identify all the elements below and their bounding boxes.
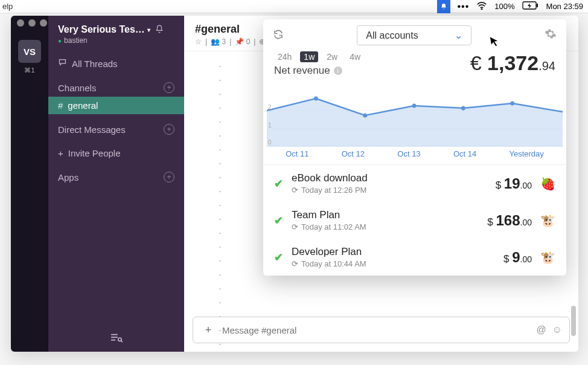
transaction-amount: $ 168.00: [487, 212, 532, 229]
sidebar-search-icon[interactable]: [48, 324, 184, 352]
transaction-name: Developer Plan: [292, 246, 495, 258]
members-icon[interactable]: 👥 3: [211, 37, 226, 46]
dm-label: Direct Messages: [58, 124, 126, 135]
message-gutter: ••••••••••••••••••••••••: [219, 63, 221, 352]
metric-value: € 1,372.94: [470, 51, 555, 75]
hash-icon: #: [58, 100, 63, 111]
add-app-icon[interactable]: +: [164, 172, 174, 182]
thread-icon: [58, 58, 67, 69]
apps-section[interactable]: Apps +: [48, 168, 184, 186]
scrollbar-track[interactable]: [567, 52, 577, 328]
svg-line-7: [121, 341, 123, 343]
transaction-time: ⟳Today at 12:26 PM: [292, 186, 487, 195]
channel-general-label: general: [68, 100, 98, 111]
team-switcher[interactable]: VS: [18, 40, 41, 63]
all-threads-label: All Threads: [72, 59, 118, 69]
account-selector[interactable]: All accounts ⌄: [357, 25, 471, 45]
dm-section[interactable]: Direct Messages +: [48, 120, 184, 138]
mention-icon[interactable]: @: [536, 325, 546, 335]
menubar-overflow-icon[interactable]: •••: [458, 1, 470, 12]
invite-people[interactable]: + Invite People: [48, 144, 184, 162]
recurring-icon: ⟳: [292, 259, 298, 268]
svg-point-11: [314, 97, 318, 101]
composer-plus-icon[interactable]: +: [200, 322, 216, 338]
check-icon: ✔: [274, 251, 283, 264]
star-icon[interactable]: ☆: [195, 37, 202, 46]
account-selector-label: All accounts: [366, 30, 418, 41]
transaction-emoji: 🐮: [540, 213, 555, 228]
metric-label: Net revenue i: [274, 65, 364, 77]
workspace-name[interactable]: Very Serious Tes… ▾: [58, 24, 174, 35]
svg-point-15: [510, 102, 514, 106]
plus-icon: +: [58, 148, 63, 158]
svg-point-14: [461, 106, 465, 111]
transaction-row[interactable]: ✔Developer Plan⟳Today at 10:44 AM$ 9.00🐮: [263, 239, 566, 276]
add-channel-icon[interactable]: +: [164, 82, 174, 93]
emoji-icon[interactable]: ☺: [552, 325, 562, 335]
battery-percent: 100%: [494, 2, 514, 11]
invite-label: Invite People: [68, 148, 121, 158]
svg-point-0: [482, 8, 482, 9]
period-4w[interactable]: 4w: [346, 51, 364, 62]
svg-rect-2: [537, 4, 538, 7]
transaction-time: ⟳Today at 11:02 AM: [292, 222, 479, 231]
chart-xticks: Oct 11Oct 12Oct 13Oct 14Yesterday: [263, 147, 566, 165]
transaction-row[interactable]: ✔eBook download⟳Today at 12:26 PM$ 19.00…: [263, 165, 566, 202]
period-selector: 24h 1w 2w 4w: [274, 51, 364, 62]
svg-point-12: [363, 114, 367, 118]
all-threads[interactable]: All Threads: [48, 54, 184, 73]
notification-bell-icon[interactable]: [155, 25, 164, 35]
recurring-icon: ⟳: [292, 186, 298, 195]
menubar-app-icon[interactable]: [437, 0, 450, 13]
scrollbar-thumb[interactable]: [571, 306, 576, 336]
svg-point-13: [412, 104, 417, 108]
transaction-name: Team Plan: [292, 209, 479, 221]
user-presence[interactable]: ●bastien: [58, 36, 174, 45]
wifi-icon: [476, 2, 487, 11]
pins-icon[interactable]: 📌 0: [235, 37, 250, 46]
sidebar: Very Serious Tes… ▾ ●bastien All Threads…: [48, 16, 184, 352]
gear-icon[interactable]: [545, 28, 557, 43]
revenue-chart: 2 1 0: [267, 80, 563, 147]
transaction-amount: $ 19.00: [496, 175, 532, 192]
ytick-1: 1: [268, 122, 272, 129]
check-icon: ✔: [274, 177, 283, 190]
channel-general[interactable]: # general: [48, 97, 184, 114]
window-controls[interactable]: [17, 19, 47, 27]
transaction-emoji: 🍓: [540, 176, 555, 191]
add-dm-icon[interactable]: +: [164, 124, 174, 135]
workspace-label: Very Serious Tes…: [58, 24, 145, 35]
ytick-2: 2: [268, 104, 272, 111]
chevron-down-icon: ▾: [147, 27, 150, 33]
channels-label: Channels: [58, 83, 96, 93]
period-1w[interactable]: 1w: [300, 51, 318, 62]
team-shortcut: ⌘1: [24, 66, 34, 74]
recurring-icon: ⟳: [292, 222, 298, 231]
ytick-0: 0: [268, 139, 272, 146]
period-2w[interactable]: 2w: [323, 51, 341, 62]
composer-input[interactable]: [222, 325, 530, 335]
info-icon[interactable]: i: [334, 66, 342, 75]
transaction-emoji: 🐮: [540, 250, 555, 265]
message-composer[interactable]: + @ ☺: [193, 317, 570, 343]
chevron-down-icon: ⌄: [455, 30, 462, 41]
check-icon: ✔: [274, 214, 283, 227]
battery-icon: [522, 1, 539, 11]
team-column: VS ⌘1: [11, 16, 48, 352]
apps-label: Apps: [58, 172, 78, 182]
username-label: bastien: [64, 36, 88, 45]
period-24h[interactable]: 24h: [274, 51, 295, 62]
refresh-icon[interactable]: [273, 29, 284, 42]
revenue-popover: All accounts ⌄ 24h 1w 2w 4w Net revenue …: [263, 19, 566, 276]
transaction-row[interactable]: ✔Team Plan⟳Today at 11:02 AM$ 168.00🐮: [263, 202, 566, 239]
channels-section[interactable]: Channels +: [48, 79, 184, 97]
menu-help[interactable]: elp: [0, 2, 13, 11]
menubar-clock[interactable]: Mon 23:59: [546, 2, 583, 11]
transaction-time: ⟳Today at 10:44 AM: [292, 259, 495, 268]
transaction-name: eBook download: [292, 172, 487, 184]
transaction-amount: $ 9.00: [503, 249, 532, 266]
